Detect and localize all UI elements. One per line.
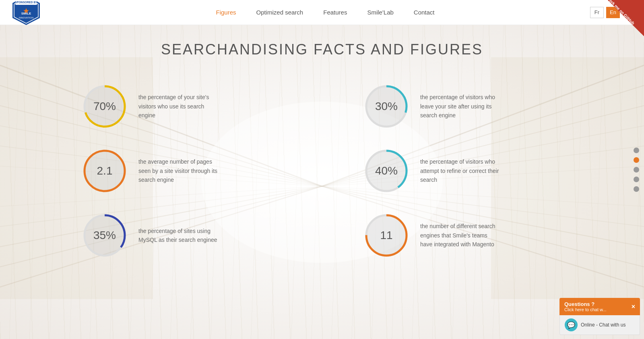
stat-item-40: 40% the percentage of visitors who attem… <box>362 147 564 195</box>
stat-desc-35: the percentage of sites using MySQL as t… <box>138 227 219 245</box>
page-content: SEARCHANDISING FACTS AND FIGURES 70% the… <box>0 25 644 284</box>
stat-value-70: 70% <box>93 100 116 113</box>
circle-35: 35% <box>80 211 129 260</box>
chat-body[interactable]: 💬 Online - Chat with us <box>559 315 640 335</box>
dot-nav-5[interactable] <box>634 186 639 192</box>
stat-value-11: 11 <box>380 229 392 242</box>
circle-21: 2.1 <box>80 147 129 195</box>
nav-contact[interactable]: Contact <box>414 9 435 16</box>
stat-item-21: 2.1 the average number of pages seen by … <box>80 147 282 195</box>
svg-text:INNOVATION: INNOVATION <box>19 17 33 19</box>
stat-item-35: 35% the percentage of sites using MySQL … <box>80 211 282 260</box>
svg-text:SPONSORED BY: SPONSORED BY <box>15 1 38 4</box>
stat-desc-30: the percentage of visitors who leave you… <box>420 93 501 120</box>
stat-value-30: 30% <box>375 100 398 113</box>
chat-status-text: Online - Chat with us <box>581 322 625 328</box>
chat-widget: Questions ? Click here to chat w... × 💬 … <box>559 298 640 335</box>
circle-30: 30% <box>362 82 411 131</box>
circle-11: 11 <box>362 211 411 260</box>
close-chat-button[interactable]: × <box>632 304 635 310</box>
nav-features[interactable]: Features <box>323 9 347 16</box>
main-nav: Figures Optimized search Features Smile'… <box>60 9 590 16</box>
dot-nav-3[interactable] <box>634 167 639 173</box>
stat-desc-40: the percentage of visitors who attempt t… <box>420 157 501 184</box>
dot-nav-2[interactable] <box>634 157 639 163</box>
logo[interactable]: SPONSORED BY SMILE INNOVATION <box>8 0 44 31</box>
main-content: SEARCHANDISING FACTS AND FIGURES 70% the… <box>0 25 644 339</box>
header: SPONSORED BY SMILE INNOVATION Figures Op… <box>0 0 644 25</box>
circle-70: 70% <box>80 82 129 131</box>
stat-desc-11: the number of different search engines t… <box>420 222 501 249</box>
stats-grid: 70% the percentage of your site's visito… <box>80 82 564 260</box>
stat-item-11: 11 the number of different search engine… <box>362 211 564 260</box>
stat-desc-70: the percentage of your site's visitors w… <box>138 93 219 120</box>
svg-text:SMILE: SMILE <box>21 12 31 15</box>
dot-nav-4[interactable] <box>634 177 639 182</box>
circle-40: 40% <box>362 147 411 195</box>
chat-header[interactable]: Questions ? Click here to chat w... × <box>559 298 640 315</box>
page-title: SEARCHANDISING FACTS AND FIGURES <box>32 41 612 58</box>
stat-desc-21: the average number of pages seen by a si… <box>138 157 219 184</box>
nav-smilelab[interactable]: Smile'Lab <box>367 9 393 16</box>
chat-questions-label: Questions ? <box>564 301 607 307</box>
lang-fr-button[interactable]: Fr <box>590 7 604 18</box>
stat-value-21: 2.1 <box>97 164 113 177</box>
chat-bubble-icon: 💬 <box>565 318 578 331</box>
stat-item-30: 30% the percentage of visitors who leave… <box>362 82 564 131</box>
nav-figures[interactable]: Figures <box>216 9 236 16</box>
chat-title: Questions ? Click here to chat w... <box>564 301 607 312</box>
stat-value-35: 35% <box>93 229 116 242</box>
stat-value-40: 40% <box>375 164 398 177</box>
language-switcher: Fr En <box>590 7 620 18</box>
dot-nav <box>634 148 639 192</box>
stat-item-70: 70% the percentage of your site's visito… <box>80 82 282 131</box>
dot-nav-1[interactable] <box>634 148 639 153</box>
chat-subtext: Click here to chat w... <box>564 307 607 312</box>
logo-area: SPONSORED BY SMILE INNOVATION <box>8 0 60 31</box>
nav-optimized-search[interactable]: Optimized search <box>256 9 303 16</box>
